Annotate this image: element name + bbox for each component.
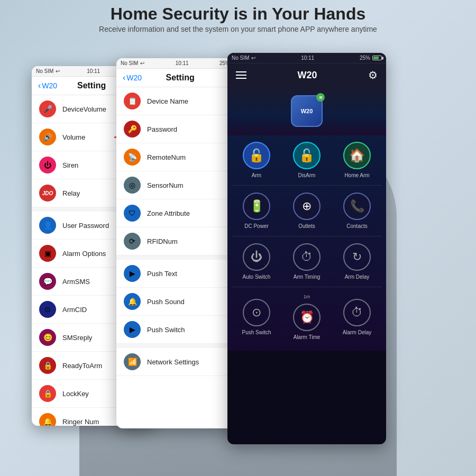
phone3-status-bar: No SIM ↩ 10:11 25% [227, 53, 386, 63]
item-icon: 👤 [39, 217, 56, 234]
device-label: W20 [301, 108, 313, 114]
back-button[interactable]: ‹ W20 [123, 73, 142, 83]
grid-divider [232, 287, 382, 287]
back-arrow-icon: ‹ [123, 73, 125, 83]
arm-label: Arm [252, 172, 261, 178]
item-label: Relay [62, 189, 80, 197]
grid-item-home-arm[interactable]: 🏠 Home Arm [332, 135, 382, 185]
list-item[interactable]: ◎ SensorNum [116, 171, 246, 199]
push-switch-icon: ⊙ [243, 299, 270, 326]
phone2: No SIM ↩ 10:11 25% ‹ W20 Setting 📋 Devic… [116, 58, 246, 428]
item-icon: 💬 [39, 273, 56, 290]
item-icon: 🛡 [124, 205, 141, 222]
list-item[interactable]: 📋 Device Name [116, 87, 246, 115]
nav-title: Setting [142, 73, 218, 83]
item-label: ArmCID [62, 306, 87, 314]
item-label: DeviceVolume [62, 105, 106, 113]
grid-item-alarm-time[interactable]: 1m ⏰ Alarm Time [282, 288, 332, 346]
sim-icon: ↩ [56, 68, 60, 74]
sim-icon: ↩ [251, 55, 255, 61]
grid-item-auto-switch[interactable]: ⏻ Auto Switch [232, 237, 281, 286]
battery-icon [372, 56, 382, 60]
item-label: RemoteNum [147, 153, 186, 161]
arm-delay-icon: ↻ [343, 243, 371, 271]
auto-switch-label: Auto Switch [243, 274, 271, 280]
item-label: Zone Attribute [147, 209, 190, 217]
list-item[interactable]: ⟳ RFIDNum [116, 227, 246, 255]
item-icon: 🔊 [39, 129, 56, 145]
alarm-time-icon: ⏰ [293, 304, 321, 331]
grid-item-arm-timing[interactable]: ⏱ Arm Timing [282, 237, 332, 286]
list-item[interactable]: 🔔 Push Sound [116, 288, 246, 316]
sim-text: No SIM [232, 55, 249, 61]
phone3: No SIM ↩ 10:11 25% W20 ⚙ W20 ≋ [227, 53, 386, 444]
status-right: 25% [360, 55, 382, 61]
item-icon: ◎ [124, 177, 141, 194]
time: 10:11 [301, 55, 314, 61]
grid-item-contacts[interactable]: 📞 Contacts [332, 186, 382, 235]
alarm-time-label: Alarm Time [294, 334, 321, 340]
item-icon: 🎤 [39, 100, 56, 117]
list-item[interactable]: 🛡 Zone Attribute [116, 199, 246, 227]
item-icon: ▣ [39, 245, 56, 262]
arm-timing-icon: ⏱ [293, 243, 321, 271]
list-item[interactable]: 📶 Network Settings [116, 348, 246, 376]
item-label: Push Switch [147, 326, 185, 334]
disarm-label: DisArm [298, 172, 316, 178]
status-left: No SIM ↩ [232, 55, 255, 61]
item-icon: 🔒 [39, 385, 56, 402]
app-header: W20 ⚙ [227, 63, 386, 87]
item-label: ReadyToArm [62, 362, 102, 370]
phone2-settings-list: 📋 Device Name 🔑 Password 📡 RemoteNum ◎ S… [116, 87, 246, 376]
grid-item-push-switch[interactable]: ⊙ Push Switch [232, 288, 281, 346]
contacts-label: Contacts [346, 223, 367, 229]
list-item[interactable]: ▶ Push Text [116, 260, 246, 288]
item-icon: ⏻ [39, 157, 56, 173]
back-button[interactable]: ‹ W20 [38, 81, 57, 90]
dc-power-icon: 🔋 [243, 193, 270, 220]
item-label: RFIDNum [147, 237, 178, 245]
item-icon: 📶 [124, 353, 141, 370]
settings-icon[interactable]: ⚙ [368, 69, 378, 81]
item-label: Siren [62, 161, 78, 169]
grid-divider [232, 185, 382, 186]
grid-item-dc-power[interactable]: 🔋 DC Power [232, 186, 281, 235]
back-label: W20 [126, 74, 142, 82]
grid-divider [232, 236, 382, 236]
item-icon: JDO [39, 185, 56, 202]
item-label: Alarm Options [62, 250, 106, 258]
item-label: Push Sound [147, 298, 185, 306]
item-icon: ⊙ [39, 301, 56, 318]
grid-item-outlets[interactable]: ⊕ Outlets [282, 186, 332, 235]
grid-item-alarm-delay[interactable]: ⏱ Alarm Delay [332, 288, 382, 346]
back-arrow-icon: ‹ [38, 81, 41, 90]
item-icon: 😊 [39, 329, 56, 346]
grid-item-arm[interactable]: 🔓 Arm [232, 135, 281, 185]
item-icon: 🔒 [39, 357, 56, 374]
battery-percent: 25% [360, 55, 370, 61]
menu-line [236, 78, 246, 79]
menu-line [236, 71, 246, 72]
push-switch-label: Push Switch [242, 329, 271, 335]
item-label: Network Settings [147, 358, 199, 366]
outlets-label: Outlets [298, 223, 315, 229]
back-label: W20 [42, 81, 57, 90]
wifi-icon: ≋ [316, 93, 325, 102]
contacts-icon: 📞 [343, 193, 371, 220]
list-item[interactable]: 📡 RemoteNum [116, 143, 246, 171]
menu-button[interactable] [236, 71, 246, 79]
arm-delay-label: Arm Delay [345, 274, 370, 280]
auto-switch-icon: ⏻ [243, 243, 270, 271]
app-grid: 🔓 Arm 🔓 DisArm 🏠 Home Arm 🔋 DC Power ⊕ O… [227, 135, 386, 351]
grid-item-arm-delay[interactable]: ↻ Arm Delay [332, 237, 382, 286]
item-label: User Password [62, 222, 109, 230]
page-subtitle: Receive information and set the system o… [0, 25, 476, 33]
home-arm-label: Home Arm [344, 172, 369, 178]
arm-timing-label: Arm Timing [294, 274, 321, 280]
item-icon: 🔑 [124, 121, 141, 138]
phones-container: No SIM ↩ 10:11 26% ‹ W20 Setting 🎤 Devic… [21, 50, 455, 463]
sim-text: No SIM [36, 68, 53, 74]
list-item[interactable]: ▶ Push Switch [116, 316, 246, 344]
list-item[interactable]: 🔑 Password [116, 115, 246, 143]
grid-item-disarm[interactable]: 🔓 DisArm [282, 135, 332, 185]
